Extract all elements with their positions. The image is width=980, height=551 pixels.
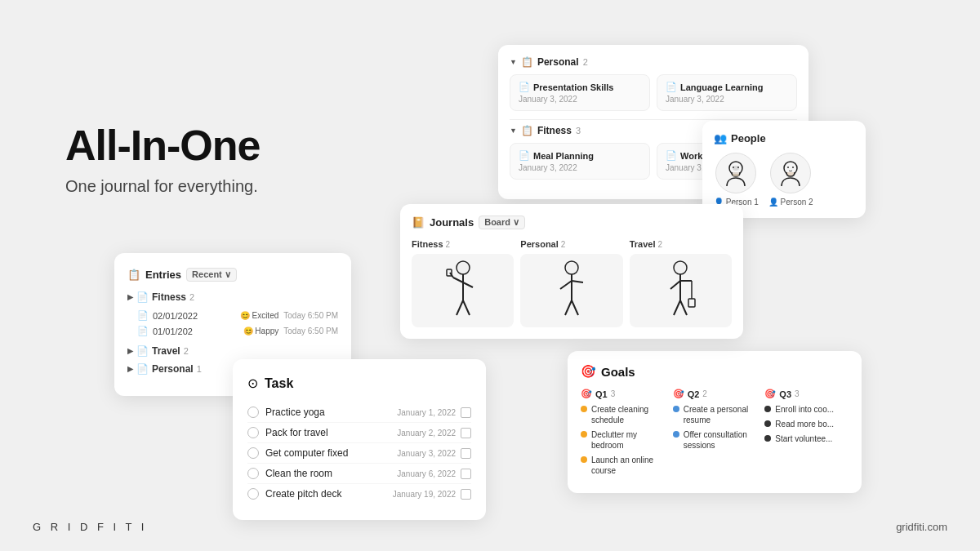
goal-dot xyxy=(673,431,679,438)
entry-row[interactable]: 📄 02/01/2022 😊 Excited Today 6:50 PM xyxy=(127,308,338,323)
item-date: January 3, 2022 xyxy=(666,95,788,104)
col-header: Fitness 2 xyxy=(412,239,514,249)
expand-icon[interactable]: ▼ xyxy=(510,127,517,135)
q1-header: 🎯 Q1 3 xyxy=(581,389,665,399)
goals-label: Goals xyxy=(601,365,635,379)
task-row[interactable]: Practice yoga January 1, 2022 xyxy=(247,402,471,423)
task-row[interactable]: Get computer fixed January 3, 2022 xyxy=(247,443,471,464)
expand-icon[interactable]: ▶ xyxy=(127,365,133,373)
fitness-label: Fitness xyxy=(152,291,186,303)
svg-line-19 xyxy=(572,281,583,282)
entries-recent-badge[interactable]: Recent ∨ xyxy=(186,268,237,282)
people-grid: 👤 Person 1 👤 Person 2 xyxy=(714,153,854,207)
doc-icon: 📄 xyxy=(137,326,149,336)
hero-section: All-In-One One journal for everything. xyxy=(65,122,260,196)
entries-group-fitness: ▶ 📄 Fitness 2 📄 02/01/2022 😊 Excited Tod… xyxy=(127,291,338,339)
svg-line-14 xyxy=(457,300,463,315)
svg-point-3 xyxy=(733,167,734,168)
page-icon: 📄 xyxy=(136,291,149,303)
entry-row[interactable]: 📄 01/01/202 😊 Happy Today 6:50 PM xyxy=(127,323,338,339)
item-title: 📄 Meal Planning xyxy=(519,150,641,161)
learning-item[interactable]: 📄 Presentation Skills January 3, 2022 xyxy=(510,74,650,111)
svg-point-6 xyxy=(787,167,789,168)
task-circle xyxy=(247,447,259,459)
task-checkbox[interactable] xyxy=(461,448,471,459)
task-name: Create pitch deck xyxy=(265,488,341,500)
person-item[interactable]: 👤 Person 2 xyxy=(768,153,813,207)
q2-icon: 🎯 xyxy=(673,389,684,399)
svg-line-13 xyxy=(463,282,473,287)
goal-dot xyxy=(764,420,771,427)
task-icon: ⊙ xyxy=(247,375,258,391)
personal-label: Personal xyxy=(152,363,194,375)
goal-item: Create a personal resume xyxy=(673,404,757,425)
task-card: ⊙ Task Practice yoga January 1, 2022 Pac… xyxy=(233,359,486,520)
time-tag: Today 6:50 PM xyxy=(283,311,338,320)
expand-icon[interactable]: ▶ xyxy=(127,293,133,301)
goal-dot xyxy=(673,406,679,412)
journals-title: Journals xyxy=(430,216,474,229)
item-date: January 3, 2022 xyxy=(519,95,641,104)
expand-icon[interactable]: ▶ xyxy=(127,347,133,355)
task-checkbox[interactable] xyxy=(461,489,471,500)
svg-line-15 xyxy=(463,300,470,315)
task-circle xyxy=(247,468,259,479)
entries-card-header: 📋 Entries Recent ∨ xyxy=(127,268,338,282)
travel-group-header: ▶ 📄 Travel 2 xyxy=(127,345,338,357)
journal-col-fitness: Fitness 2 xyxy=(412,239,514,327)
expand-icon[interactable]: ▼ xyxy=(510,58,517,66)
q1-icon: 🎯 xyxy=(581,389,592,399)
svg-line-29 xyxy=(680,300,687,315)
entries-title: Entries xyxy=(145,269,181,281)
learning-item[interactable]: 📄 Meal Planning January 3, 2022 xyxy=(510,143,650,180)
item-date: January 3, 2022 xyxy=(519,163,641,172)
journal-col-travel: Travel 2 xyxy=(630,239,732,327)
goal-text: Offer consultation sessions xyxy=(684,429,757,451)
svg-rect-2 xyxy=(733,174,739,176)
goal-item: Start voluntee... xyxy=(764,433,849,444)
col-header: Personal 2 xyxy=(520,239,622,249)
q3-count: 3 xyxy=(795,389,800,398)
goal-text: Create cleaning schedule xyxy=(591,404,665,425)
task-name: Pack for travel xyxy=(265,427,328,438)
brand-right-label: gridfiti.com xyxy=(896,521,947,533)
travel-count: 2 xyxy=(184,346,189,356)
task-row[interactable]: Create pitch deck January 19, 2022 xyxy=(247,484,471,504)
task-checkbox[interactable] xyxy=(461,407,471,418)
svg-point-1 xyxy=(733,166,739,171)
learning-item[interactable]: 📄 Language Learning January 3, 2022 xyxy=(657,74,797,111)
journals-board-badge[interactable]: Board ∨ xyxy=(479,216,525,229)
person-item[interactable]: 👤 Person 1 xyxy=(714,153,759,207)
journals-card: 📔 Journals Board ∨ Fitness 2 xyxy=(400,204,743,339)
people-title: 👥 People xyxy=(714,132,854,144)
fitness-count: 3 xyxy=(576,126,581,136)
task-date: January 6, 2022 xyxy=(397,469,456,478)
mood-tag: 😊 Happy xyxy=(243,327,279,335)
task-row[interactable]: Clean the room January 6, 2022 xyxy=(247,464,471,484)
item-icon: 📄 xyxy=(519,150,530,161)
svg-line-28 xyxy=(674,300,680,315)
task-checkbox[interactable] xyxy=(461,469,471,479)
travel-label: Travel xyxy=(152,345,180,357)
task-circle xyxy=(247,488,259,500)
fitness-group-header: ▶ 📄 Fitness 2 xyxy=(127,291,338,303)
time-tag: Today 6:50 PM xyxy=(283,327,338,335)
journal-image-personal xyxy=(520,254,622,327)
brand-left-label: G R I D F I T I xyxy=(33,521,147,533)
hero-title: All-In-One xyxy=(65,122,260,169)
goals-icon: 🎯 xyxy=(581,364,596,379)
task-checkbox[interactable] xyxy=(461,428,471,438)
task-date: January 3, 2022 xyxy=(397,449,456,458)
task-row[interactable]: Pack for travel January 2, 2022 xyxy=(247,423,471,443)
learning-personal-header: ▼ 📋 Personal 2 xyxy=(510,56,797,68)
svg-point-4 xyxy=(737,167,739,168)
avatar xyxy=(715,153,756,193)
goals-columns: 🎯 Q1 3 Create cleaning schedule Declutte… xyxy=(581,389,849,480)
goal-text: Create a personal resume xyxy=(684,404,757,425)
task-date: January 2, 2022 xyxy=(397,429,456,438)
goal-dot xyxy=(764,435,771,442)
goal-text: Enroll into coo... xyxy=(775,404,834,415)
item-title: 📄 Language Learning xyxy=(666,82,788,92)
q3-header: 🎯 Q3 3 xyxy=(764,389,849,399)
goal-text: Read more bo... xyxy=(775,419,834,429)
